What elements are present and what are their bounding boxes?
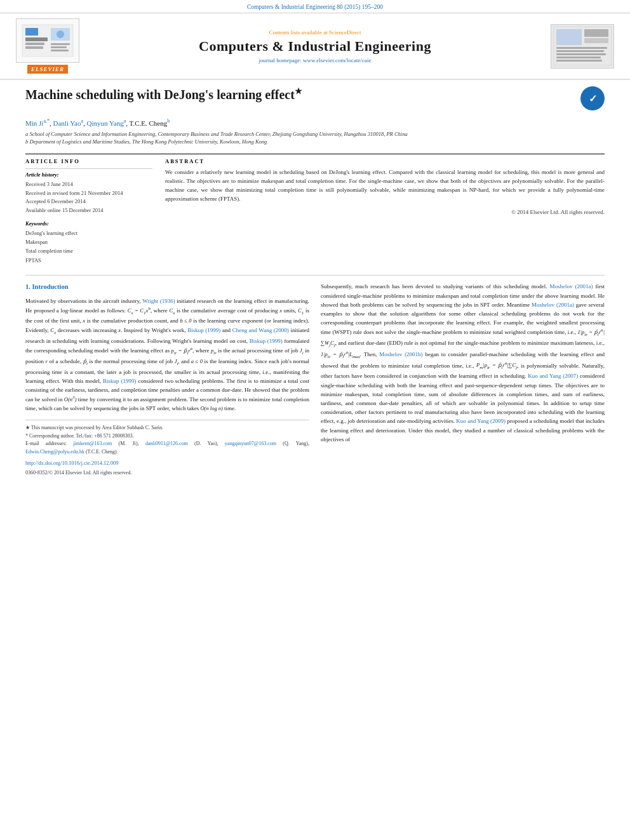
svg-point-6 xyxy=(57,30,64,38)
email4-name: (T.C.E. Cheng). xyxy=(84,449,118,455)
author-danli: Danli Yao xyxy=(53,119,81,127)
received-revised-date: Received in revised form 21 November 201… xyxy=(25,189,152,198)
email4-link[interactable]: Edwin.Cheng@polyu.edu.hk xyxy=(25,449,84,455)
article-info-abstract: ARTICLE INFO Article history: Received 3… xyxy=(25,154,605,265)
svg-rect-1 xyxy=(25,28,38,36)
paper-title: Machine scheduling with DeJong's learnin… xyxy=(25,86,574,103)
author-qinyun-sup: a xyxy=(124,118,126,124)
journal-right-header xyxy=(541,24,624,69)
elsevier-logo: ELSEVIER xyxy=(27,65,68,74)
journal-header: ELSEVIER Contents lists available at Sci… xyxy=(0,13,630,80)
email1-name: (M. Ji), xyxy=(112,441,145,446)
ref-moshelov2001a2[interactable]: Moshelov (2001a) xyxy=(532,302,574,308)
ref-moshelov2001a[interactable]: Moshelov (2001a) xyxy=(549,283,593,290)
svg-rect-9 xyxy=(51,50,69,51)
copyright-line: © 2014 Elsevier Ltd. All rights reserved… xyxy=(165,209,605,215)
affiliation-b: b Department of Logistics and Maritime S… xyxy=(25,138,605,146)
ref-kuoyang2009[interactable]: Kuo and Yang (2009) xyxy=(456,418,506,424)
crossmark-badge: ✓ xyxy=(580,86,605,110)
footnote-star: ★ This manuscript was processed by Area … xyxy=(25,424,309,432)
email1-link[interactable]: jimkeen@163.com xyxy=(73,441,112,446)
keyword-4: FPTAS xyxy=(25,256,152,265)
main-content: 1. Introduction Motivated by observation… xyxy=(25,275,605,477)
received-date: Received 3 June 2014 xyxy=(25,180,152,189)
svg-rect-4 xyxy=(25,46,43,49)
email3-link[interactable]: yangqinyun07@163.com xyxy=(225,441,276,446)
author-minji: Min Ji xyxy=(25,119,43,127)
ref-wright1936[interactable]: Wright (1936) xyxy=(142,298,175,304)
author-tce-sup: b xyxy=(167,118,170,124)
journal-homepage-line: journal homepage: www.elsevier.com/locat… xyxy=(89,57,541,63)
affiliations: a School of Computer Science and Informa… xyxy=(25,130,605,147)
keyword-3: Total completion time xyxy=(25,246,152,255)
article-info-header: ARTICLE INFO xyxy=(25,158,152,164)
history-label: Article history: xyxy=(25,171,152,178)
footnote-star2: * Corresponding author. Tel./fax: +86 57… xyxy=(25,432,309,441)
author-tce: T.C.E. Cheng xyxy=(130,119,168,127)
journal-logo-image xyxy=(16,18,79,63)
keywords-section: Keywords: DeJong's learning effect Makes… xyxy=(25,220,152,265)
svg-rect-8 xyxy=(51,46,67,48)
ref-moshelov2001b[interactable]: Moshelov (2001b) xyxy=(379,351,422,357)
journal-title: Computers & Industrial Engineering xyxy=(89,38,541,55)
section1-para1: Motivated by observations in the aircraf… xyxy=(25,297,309,413)
paper-title-area: Machine scheduling with DeJong's learnin… xyxy=(25,86,605,113)
available-date: Available online 15 December 2014 xyxy=(25,206,152,215)
paper-body: Machine scheduling with DeJong's learnin… xyxy=(0,80,630,483)
email3-name: (Q. Yang), xyxy=(276,441,309,446)
keyword-2: Makespan xyxy=(25,237,152,246)
affiliation-a: a School of Computer Science and Informa… xyxy=(25,130,605,138)
paper-title-star: ★ xyxy=(295,86,302,96)
paper-title-text: Machine scheduling with DeJong's learnin… xyxy=(25,88,295,102)
svg-rect-2 xyxy=(25,37,48,41)
journal-citation: Computers & Industrial Engineering 80 (2… xyxy=(247,4,383,10)
svg-rect-7 xyxy=(51,43,70,45)
info-divider xyxy=(25,168,152,169)
sciencedirect-prefix: Contents lists available at xyxy=(269,29,329,36)
svg-rect-14 xyxy=(556,47,607,49)
section1-heading: 1. Introduction xyxy=(25,282,309,292)
ref-biskup1999b[interactable]: Biskup (1999) xyxy=(250,338,283,344)
keyword-1: DeJong's learning effect xyxy=(25,229,152,237)
ref-biskup1999[interactable]: Biskup (1999) xyxy=(187,327,220,333)
doi-url: http://dx.doi.org/10.1016/j.cie.2014.12.… xyxy=(25,460,118,466)
top-bar: Computers & Industrial Engineering 80 (2… xyxy=(0,0,630,13)
homepage-prefix: journal homepage: xyxy=(259,57,303,63)
homepage-url[interactable]: www.elsevier.com/locate/caie xyxy=(303,57,371,63)
ref-chengwang2000[interactable]: Cheng and Wang (2000) xyxy=(232,327,289,333)
svg-rect-3 xyxy=(25,43,44,45)
doi-line[interactable]: http://dx.doi.org/10.1016/j.cie.2014.12.… xyxy=(25,459,309,468)
ref-biskup1999c[interactable]: Biskup (1999) xyxy=(103,378,136,384)
ref-kuoyang2007[interactable]: Kuo and Yang (2007) xyxy=(528,373,578,379)
right-column: Subsequently, much research has been dev… xyxy=(321,282,605,477)
sciencedirect-line: Contents lists available at ScienceDirec… xyxy=(89,29,541,36)
section1-right-para1: Subsequently, much research has been dev… xyxy=(321,282,605,444)
email2-link[interactable]: danli0911@126.com xyxy=(145,441,188,446)
abstract-section: ABSTRACT We consider a relatively new le… xyxy=(165,154,605,265)
section1-heading-text: 1. Introduction xyxy=(25,283,69,290)
author-danli-sup: a xyxy=(81,118,84,124)
svg-rect-16 xyxy=(556,53,606,55)
footnote-emails: E-mail addresses: jimkeen@163.com (M. Ji… xyxy=(25,440,309,457)
footnote-section: ★ This manuscript was processed by Area … xyxy=(25,420,309,477)
author-qinyun: Qinyun Yang xyxy=(87,119,124,127)
svg-rect-15 xyxy=(556,50,604,52)
svg-rect-17 xyxy=(556,57,601,58)
accepted-date: Accepted 6 December 2014 xyxy=(25,197,152,206)
svg-rect-11 xyxy=(556,29,582,45)
email2-name: (D. Yao), xyxy=(188,441,225,446)
author-minji-sup: a,* xyxy=(43,118,50,124)
crossmark-icon: ✓ xyxy=(580,86,605,110)
keywords-label: Keywords: xyxy=(25,220,152,227)
sciencedirect-link-text[interactable]: ScienceDirect xyxy=(329,29,361,36)
abstract-header: ABSTRACT xyxy=(165,158,605,164)
email-label: E-mail addresses: xyxy=(25,441,73,446)
svg-rect-18 xyxy=(556,60,602,62)
authors-line: Min Jia,*, Danli Yaoa, Qinyun Yanga, T.C… xyxy=(25,118,605,127)
issn-line: 0360-8352/© 2014 Elsevier Ltd. All right… xyxy=(25,469,309,477)
journal-thumbnail xyxy=(551,24,614,69)
journal-center-header: Contents lists available at ScienceDirec… xyxy=(89,29,541,63)
logo-area: ELSEVIER xyxy=(6,18,89,74)
abstract-text: We consider a relatively new learning mo… xyxy=(165,168,605,204)
article-info-section: ARTICLE INFO Article history: Received 3… xyxy=(25,154,152,265)
